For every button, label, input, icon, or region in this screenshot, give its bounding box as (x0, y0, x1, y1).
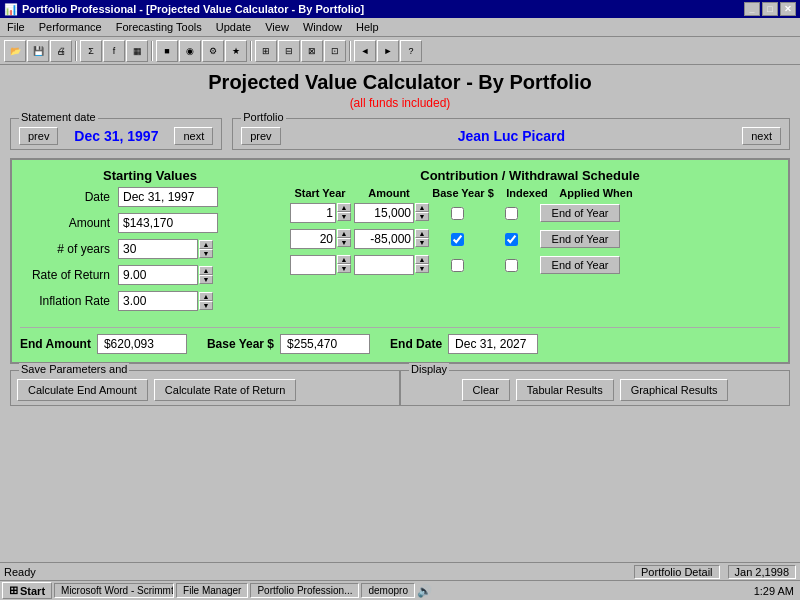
row1-amount[interactable] (354, 203, 414, 223)
row3-applied-btn[interactable]: End of Year (540, 256, 620, 274)
row2-amt-down[interactable]: ▼ (415, 238, 429, 247)
tb-b1[interactable]: ■ (156, 40, 178, 62)
row2-applied-btn[interactable]: End of Year (540, 230, 620, 248)
ror-spin-down[interactable]: ▼ (199, 275, 213, 284)
menu-performance[interactable]: Performance (36, 20, 105, 34)
row1-spinner[interactable]: ▲ ▼ (337, 203, 351, 223)
top-row: Statement date prev Dec 31, 1997 next Po… (10, 118, 790, 150)
tb-chart[interactable]: ▦ (126, 40, 148, 62)
status-date: Jan 2,1998 (728, 565, 796, 579)
inflation-spin-up[interactable]: ▲ (199, 292, 213, 301)
tb-sigma[interactable]: Σ (80, 40, 102, 62)
start-button[interactable]: ⊞ Start (2, 582, 52, 599)
save-group-label: Save Parameters and (19, 363, 129, 375)
inflation-spin-down[interactable]: ▼ (199, 301, 213, 310)
row2-indexed-cb[interactable] (505, 233, 518, 246)
clear-btn[interactable]: Clear (462, 379, 510, 401)
tb-b8[interactable]: ⊡ (324, 40, 346, 62)
menu-file[interactable]: File (4, 20, 28, 34)
inflation-spinner[interactable]: ▲ ▼ (199, 292, 213, 310)
end-amount-input[interactable] (97, 334, 187, 354)
close-btn[interactable]: ✕ (780, 2, 796, 16)
tb-fx[interactable]: f (103, 40, 125, 62)
tb-b3[interactable]: ⚙ (202, 40, 224, 62)
row3-amount[interactable] (354, 255, 414, 275)
tb-b9[interactable]: ? (400, 40, 422, 62)
menu-window[interactable]: Window (300, 20, 345, 34)
row3-amount-spinner[interactable]: ▲ ▼ (415, 255, 429, 275)
tb-open[interactable]: 📂 (4, 40, 26, 62)
tb-b2[interactable]: ◉ (179, 40, 201, 62)
row2-spin-down[interactable]: ▼ (337, 238, 351, 247)
calc-ror-btn[interactable]: Calculate Rate of Return (154, 379, 296, 401)
menu-help[interactable]: Help (353, 20, 382, 34)
portfolio-prev-btn[interactable]: prev (241, 127, 280, 145)
taskbar-word[interactable]: Microsoft Word - Scrimmtrix (54, 583, 174, 598)
app-icon: 📊 (4, 3, 18, 16)
row2-spinner[interactable]: ▲ ▼ (337, 229, 351, 249)
row2-base-year-cb[interactable] (451, 233, 464, 246)
tb-arrow1[interactable]: ◄ (354, 40, 376, 62)
row2-start-year[interactable] (290, 229, 336, 249)
minimize-btn[interactable]: _ (744, 2, 760, 16)
row1-indexed-cb[interactable] (505, 207, 518, 220)
tb-arrow2[interactable]: ► (377, 40, 399, 62)
row3-spinner[interactable]: ▲ ▼ (337, 255, 351, 275)
row2-spin-up[interactable]: ▲ (337, 229, 351, 238)
row1-applied-btn[interactable]: End of Year (540, 204, 620, 222)
row2-amount[interactable] (354, 229, 414, 249)
years-input[interactable] (118, 239, 198, 259)
row2-amt-up[interactable]: ▲ (415, 229, 429, 238)
calc-end-amount-btn[interactable]: Calculate End Amount (17, 379, 148, 401)
tb-save[interactable]: 💾 (27, 40, 49, 62)
tb-b4[interactable]: ★ (225, 40, 247, 62)
menu-forecasting[interactable]: Forecasting Tools (113, 20, 205, 34)
portfolio-next-btn[interactable]: next (742, 127, 781, 145)
row1-amount-spinner[interactable]: ▲ ▼ (415, 203, 429, 223)
taskbar-portfolio[interactable]: Portfolio Profession... (250, 583, 359, 598)
years-spin-down[interactable]: ▼ (199, 249, 213, 258)
menu-view[interactable]: View (262, 20, 292, 34)
row3-amt-up[interactable]: ▲ (415, 255, 429, 264)
row1-base-year-cb[interactable] (451, 207, 464, 220)
row3-indexed-cb[interactable] (505, 259, 518, 272)
row3-amt-down[interactable]: ▼ (415, 264, 429, 273)
tb-b5[interactable]: ⊞ (255, 40, 277, 62)
tb-b7[interactable]: ⊠ (301, 40, 323, 62)
statement-prev-btn[interactable]: prev (19, 127, 58, 145)
end-date-group: End Date (390, 334, 538, 354)
save-group: Save Parameters and Calculate End Amount… (10, 370, 400, 406)
ror-spin-up[interactable]: ▲ (199, 266, 213, 275)
date-input[interactable] (118, 187, 218, 207)
inflation-input[interactable] (118, 291, 198, 311)
years-spin-up[interactable]: ▲ (199, 240, 213, 249)
menu-update[interactable]: Update (213, 20, 254, 34)
row1-start-year[interactable] (290, 203, 336, 223)
graphical-results-btn[interactable]: Graphical Results (620, 379, 729, 401)
end-date-label: End Date (390, 337, 442, 351)
ror-spinner[interactable]: ▲ ▼ (199, 266, 213, 284)
tb-print[interactable]: 🖨 (50, 40, 72, 62)
statement-next-btn[interactable]: next (174, 127, 213, 145)
row3-base-year-cb[interactable] (451, 259, 464, 272)
amount-input[interactable] (118, 213, 218, 233)
taskbar-demopro[interactable]: demopro (361, 583, 414, 598)
taskbar-filemanager[interactable]: File Manager (176, 583, 248, 598)
tabular-results-btn[interactable]: Tabular Results (516, 379, 614, 401)
row1-spin-down[interactable]: ▼ (337, 212, 351, 221)
row3-spin-down[interactable]: ▼ (337, 264, 351, 273)
base-year-input[interactable] (280, 334, 370, 354)
row1-amt-down[interactable]: ▼ (415, 212, 429, 221)
tb-b6[interactable]: ⊟ (278, 40, 300, 62)
row3-spin-up[interactable]: ▲ (337, 255, 351, 264)
row1-amt-up[interactable]: ▲ (415, 203, 429, 212)
row1-spin-up[interactable]: ▲ (337, 203, 351, 212)
maximize-btn[interactable]: □ (762, 2, 778, 16)
ror-input[interactable] (118, 265, 198, 285)
row2-amount-spinner[interactable]: ▲ ▼ (415, 229, 429, 249)
end-amount-group: End Amount (20, 334, 187, 354)
end-date-input[interactable] (448, 334, 538, 354)
row3-start-year[interactable] (290, 255, 336, 275)
status-bar: Ready Portfolio Detail Jan 2,1998 (0, 562, 800, 580)
years-spinner[interactable]: ▲ ▼ (199, 240, 213, 258)
